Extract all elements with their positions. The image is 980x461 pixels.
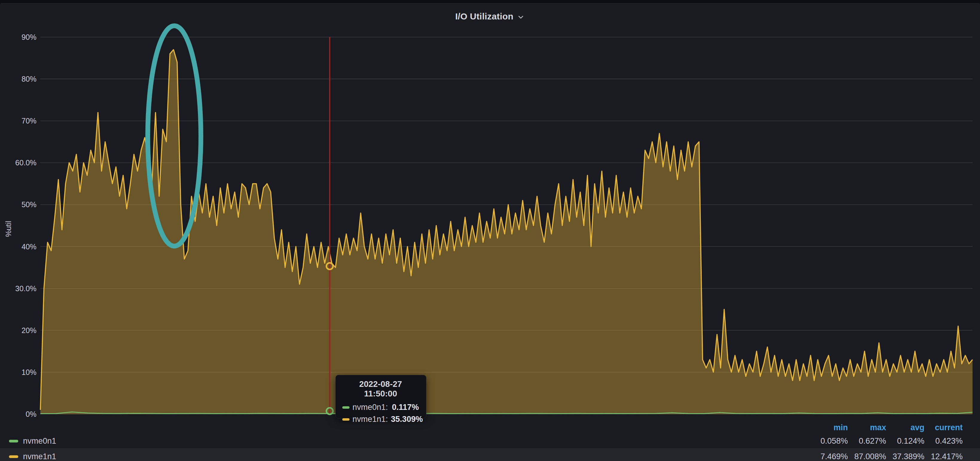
tooltip-series-value: 35.309% bbox=[391, 415, 423, 424]
series-swatch-icon bbox=[342, 406, 350, 409]
nvme1n1-area bbox=[40, 49, 972, 414]
y-axis-label: 30.0% bbox=[3, 284, 37, 292]
legend-series-name[interactable]: nvme0n1 bbox=[23, 437, 56, 446]
y-axis-label: 0% bbox=[3, 410, 37, 418]
stat-max: 87.008% bbox=[848, 452, 886, 461]
stat-min: 0.058% bbox=[810, 437, 848, 446]
legend-row-nvme0n1: nvme0n1 0.058% 0.627% 0.124% 0.423% bbox=[0, 434, 980, 448]
tooltip-series-name: nvme1n1: bbox=[353, 415, 388, 424]
stat-header-min[interactable]: min bbox=[810, 423, 848, 432]
stat-avg: 0.124% bbox=[886, 437, 924, 446]
tooltip-row: nvme1n1: 35.309% bbox=[342, 415, 419, 424]
stat-header-max[interactable]: max bbox=[848, 423, 886, 432]
y-axis-label: 90% bbox=[3, 33, 37, 41]
tooltip-series-name: nvme0n1: bbox=[353, 403, 388, 412]
y-axis-label: 80% bbox=[3, 75, 37, 83]
stat-header-avg[interactable]: avg bbox=[886, 423, 924, 432]
stat-current: 0.423% bbox=[924, 437, 963, 446]
stat-avg: 37.389% bbox=[886, 452, 924, 461]
y-axis-label: 70% bbox=[3, 117, 37, 125]
legend-stats-header: min max avg current bbox=[0, 421, 980, 434]
stat-current: 12.417% bbox=[924, 452, 963, 461]
stat-min: 7.469% bbox=[810, 452, 848, 461]
series-swatch-icon bbox=[342, 418, 350, 421]
stat-header-current[interactable]: current bbox=[924, 423, 963, 432]
y-axis-label: 50% bbox=[3, 200, 37, 209]
y-axis-label: 40% bbox=[3, 242, 37, 251]
io-utilization-panel: I/O Utilization %util 0%10%20%30.0%40%50… bbox=[0, 3, 980, 461]
legend-row-nvme1n1: nvme1n1 7.469% 87.008% 37.389% 12.417% bbox=[0, 448, 980, 461]
series-swatch-icon[interactable] bbox=[9, 440, 18, 442]
io-utilization-chart[interactable] bbox=[0, 3, 980, 461]
legend: min max avg current nvme0n1 0.058% 0.627… bbox=[0, 421, 980, 461]
series-swatch-icon[interactable] bbox=[9, 455, 18, 458]
y-axis-label: 60.0% bbox=[3, 159, 37, 167]
stat-max: 0.627% bbox=[848, 437, 886, 446]
tooltip-row: nvme0n1: 0.117% bbox=[342, 403, 419, 412]
tooltip-series-value: 0.117% bbox=[392, 403, 419, 412]
tooltip: 2022-08-27 11:50:00 nvme0n1: 0.117% nvme… bbox=[336, 375, 426, 418]
chart-area[interactable]: %util 0%10%20%30.0%40%50%60.0%70%80%90% bbox=[0, 3, 980, 461]
tooltip-timestamp: 2022-08-27 11:50:00 bbox=[342, 379, 419, 399]
y-axis-label: 20% bbox=[3, 326, 37, 335]
legend-series-name[interactable]: nvme1n1 bbox=[23, 452, 56, 461]
y-axis-label: 10% bbox=[3, 368, 37, 377]
